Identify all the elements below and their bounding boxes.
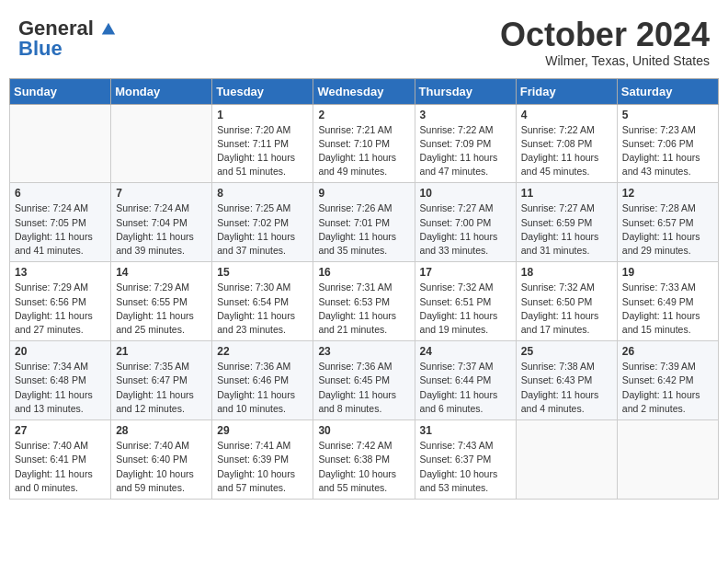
day-number: 31 (420, 424, 511, 437)
daylight-text: Daylight: 11 hours and 31 minutes. (521, 230, 612, 258)
day-info: Sunrise: 7:30 AMSunset: 6:54 PMDaylight:… (217, 281, 308, 337)
day-number: 14 (116, 266, 207, 279)
day-info: Sunrise: 7:36 AMSunset: 6:45 PMDaylight:… (318, 360, 409, 416)
day-info: Sunrise: 7:36 AMSunset: 6:46 PMDaylight:… (217, 360, 308, 416)
day-number: 24 (420, 345, 511, 358)
sunset-text: Sunset: 6:49 PM (622, 295, 713, 309)
day-number: 10 (420, 187, 511, 200)
title-block: October 2024 Wilmer, Texas, United State… (500, 17, 710, 68)
day-number: 13 (15, 266, 106, 279)
day-info: Sunrise: 7:39 AMSunset: 6:42 PMDaylight:… (622, 360, 713, 416)
sunset-text: Sunset: 7:05 PM (15, 216, 106, 230)
daylight-text: Daylight: 11 hours and 39 minutes. (116, 230, 207, 258)
day-info: Sunrise: 7:23 AMSunset: 7:06 PMDaylight:… (622, 123, 713, 179)
sunrise-text: Sunrise: 7:36 AM (318, 360, 409, 373)
svg-marker-0 (102, 23, 115, 35)
calendar-cell: 18Sunrise: 7:32 AMSunset: 6:50 PMDayligh… (516, 262, 617, 341)
location: Wilmer, Texas, United States (500, 53, 710, 68)
sunset-text: Sunset: 6:40 PM (116, 453, 207, 466)
day-number: 6 (15, 187, 106, 200)
day-info: Sunrise: 7:22 AMSunset: 7:08 PMDaylight:… (521, 123, 612, 179)
day-number: 27 (15, 424, 106, 437)
day-info: Sunrise: 7:32 AMSunset: 6:51 PMDaylight:… (420, 281, 511, 337)
sunset-text: Sunset: 7:08 PM (521, 137, 612, 151)
day-info: Sunrise: 7:41 AMSunset: 6:39 PMDaylight:… (217, 439, 308, 495)
daylight-text: Daylight: 10 hours and 55 minutes. (318, 467, 409, 495)
day-number: 23 (318, 345, 409, 358)
calendar-cell: 22Sunrise: 7:36 AMSunset: 6:46 PMDayligh… (212, 341, 313, 420)
daylight-text: Daylight: 11 hours and 41 minutes. (15, 230, 106, 258)
day-info: Sunrise: 7:37 AMSunset: 6:44 PMDaylight:… (420, 360, 511, 416)
daylight-text: Daylight: 11 hours and 13 minutes. (15, 388, 106, 416)
calendar-cell: 12Sunrise: 7:28 AMSunset: 6:57 PMDayligh… (617, 183, 718, 262)
sunrise-text: Sunrise: 7:22 AM (521, 123, 612, 137)
daylight-text: Daylight: 10 hours and 53 minutes. (420, 467, 511, 495)
sunrise-text: Sunrise: 7:31 AM (318, 281, 409, 294)
sunrise-text: Sunrise: 7:43 AM (420, 439, 511, 453)
calendar-cell: 8Sunrise: 7:25 AMSunset: 7:02 PMDaylight… (212, 183, 313, 262)
calendar-header-monday: Monday (111, 78, 212, 104)
calendar-cell: 17Sunrise: 7:32 AMSunset: 6:51 PMDayligh… (415, 262, 516, 341)
day-number: 11 (521, 187, 612, 200)
daylight-text: Daylight: 11 hours and 29 minutes. (622, 230, 713, 258)
daylight-text: Daylight: 11 hours and 43 minutes. (622, 151, 713, 178)
daylight-text: Daylight: 11 hours and 15 minutes. (622, 309, 713, 337)
calendar-cell: 3Sunrise: 7:22 AMSunset: 7:09 PMDaylight… (415, 104, 516, 183)
sunset-text: Sunset: 6:54 PM (217, 295, 308, 309)
sunset-text: Sunset: 6:56 PM (15, 295, 106, 309)
day-info: Sunrise: 7:24 AMSunset: 7:05 PMDaylight:… (15, 201, 106, 258)
calendar-week-row: 27Sunrise: 7:40 AMSunset: 6:41 PMDayligh… (10, 420, 719, 500)
sunset-text: Sunset: 7:04 PM (116, 216, 207, 230)
daylight-text: Daylight: 11 hours and 4 minutes. (521, 388, 612, 416)
day-info: Sunrise: 7:40 AMSunset: 6:41 PMDaylight:… (15, 439, 106, 495)
sunset-text: Sunset: 6:43 PM (521, 373, 612, 387)
day-info: Sunrise: 7:32 AMSunset: 6:50 PMDaylight:… (521, 281, 612, 337)
calendar-week-row: 6Sunrise: 7:24 AMSunset: 7:05 PMDaylight… (10, 183, 719, 262)
calendar-header-friday: Friday (516, 78, 617, 104)
calendar-cell: 28Sunrise: 7:40 AMSunset: 6:40 PMDayligh… (111, 420, 212, 500)
sunrise-text: Sunrise: 7:26 AM (318, 201, 409, 215)
day-info: Sunrise: 7:28 AMSunset: 6:57 PMDaylight:… (622, 201, 713, 258)
day-number: 20 (15, 345, 106, 358)
daylight-text: Daylight: 11 hours and 49 minutes. (318, 151, 409, 178)
calendar-cell: 30Sunrise: 7:42 AMSunset: 6:38 PMDayligh… (313, 420, 415, 500)
sunset-text: Sunset: 6:51 PM (420, 295, 511, 309)
day-number: 26 (622, 345, 713, 358)
calendar-cell: 27Sunrise: 7:40 AMSunset: 6:41 PMDayligh… (10, 420, 111, 500)
day-info: Sunrise: 7:27 AMSunset: 6:59 PMDaylight:… (521, 201, 612, 258)
calendar-header-saturday: Saturday (617, 78, 718, 104)
sunrise-text: Sunrise: 7:21 AM (318, 123, 409, 137)
daylight-text: Daylight: 11 hours and 47 minutes. (420, 151, 511, 178)
sunset-text: Sunset: 6:42 PM (622, 373, 713, 387)
calendar-cell: 24Sunrise: 7:37 AMSunset: 6:44 PMDayligh… (415, 341, 516, 420)
day-number: 8 (217, 187, 308, 200)
sunrise-text: Sunrise: 7:24 AM (15, 201, 106, 215)
sunrise-text: Sunrise: 7:27 AM (420, 201, 511, 215)
calendar-week-row: 20Sunrise: 7:34 AMSunset: 6:48 PMDayligh… (10, 341, 719, 420)
daylight-text: Daylight: 11 hours and 6 minutes. (420, 388, 511, 416)
daylight-text: Daylight: 11 hours and 19 minutes. (420, 309, 511, 337)
daylight-text: Daylight: 10 hours and 57 minutes. (217, 467, 308, 495)
sunrise-text: Sunrise: 7:42 AM (318, 439, 409, 453)
day-info: Sunrise: 7:42 AMSunset: 6:38 PMDaylight:… (318, 439, 409, 495)
daylight-text: Daylight: 11 hours and 12 minutes. (116, 388, 207, 416)
calendar-cell: 16Sunrise: 7:31 AMSunset: 6:53 PMDayligh… (313, 262, 415, 341)
sunrise-text: Sunrise: 7:28 AM (622, 201, 713, 215)
day-info: Sunrise: 7:29 AMSunset: 6:56 PMDaylight:… (15, 281, 106, 337)
sunrise-text: Sunrise: 7:41 AM (217, 439, 308, 453)
day-number: 2 (318, 109, 409, 121)
calendar-cell: 31Sunrise: 7:43 AMSunset: 6:37 PMDayligh… (415, 420, 516, 500)
month-title: October 2024 (500, 17, 710, 53)
day-number: 22 (217, 345, 308, 358)
calendar-cell (111, 104, 212, 183)
daylight-text: Daylight: 10 hours and 59 minutes. (116, 467, 207, 495)
sunrise-text: Sunrise: 7:30 AM (217, 281, 308, 294)
sunrise-text: Sunrise: 7:29 AM (116, 281, 207, 294)
logo-blue: Blue (18, 37, 63, 61)
sunset-text: Sunset: 6:38 PM (318, 453, 409, 466)
calendar-cell: 19Sunrise: 7:33 AMSunset: 6:49 PMDayligh… (617, 262, 718, 341)
calendar-cell: 10Sunrise: 7:27 AMSunset: 7:00 PMDayligh… (415, 183, 516, 262)
day-info: Sunrise: 7:34 AMSunset: 6:48 PMDaylight:… (15, 360, 106, 416)
sunset-text: Sunset: 7:06 PM (622, 137, 713, 151)
day-info: Sunrise: 7:40 AMSunset: 6:40 PMDaylight:… (116, 439, 207, 495)
